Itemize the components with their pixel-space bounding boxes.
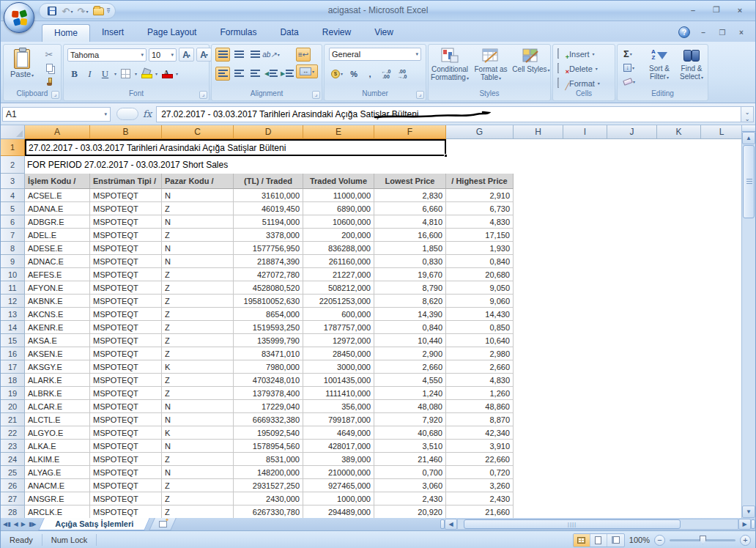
- cell-D18[interactable]: 4703248,010: [234, 374, 303, 387]
- cell-F27[interactable]: 2,430: [374, 492, 446, 506]
- increase-indent-button[interactable]: ▶: [280, 67, 294, 81]
- cell-E13[interactable]: 600,000: [303, 308, 374, 321]
- cell-A23[interactable]: ALKA.E: [25, 440, 90, 453]
- column-header-L[interactable]: L: [701, 125, 743, 139]
- row-header-7[interactable]: 7: [1, 229, 25, 242]
- column-header-G[interactable]: G: [446, 125, 514, 139]
- row-header-18[interactable]: 18: [1, 374, 25, 387]
- row-header-10[interactable]: 10: [1, 268, 25, 281]
- cell-C8[interactable]: N: [162, 242, 234, 255]
- cell-A11[interactable]: AFYON.E: [25, 281, 90, 295]
- row-header-16[interactable]: 16: [1, 347, 25, 360]
- cell-E27[interactable]: 1000,000: [303, 492, 374, 506]
- formula-input[interactable]: 27.02.2017 - 03.03.2017 Tarihleri Arasin…: [156, 106, 741, 122]
- cell-C21[interactable]: N: [162, 413, 234, 426]
- scroll-up-button[interactable]: ▲: [742, 132, 755, 144]
- cell-A16[interactable]: AKSEN.E: [25, 347, 90, 360]
- format-cells-button[interactable]: ╱ Format▾: [557, 76, 612, 90]
- header-cell-F3[interactable]: Lowest Price: [374, 174, 446, 189]
- minimize-button[interactable]: –: [683, 4, 703, 15]
- zoom-level[interactable]: 100%: [629, 536, 650, 544]
- cell-A2[interactable]: FOR PERIOD 27.02.2017 - 03.03.2017 Short…: [25, 156, 230, 174]
- cell-C24[interactable]: Z: [162, 453, 234, 466]
- cell-D11[interactable]: 4528080,520: [234, 281, 303, 295]
- cell-G4[interactable]: 2,910: [446, 189, 514, 202]
- cell-C16[interactable]: Z: [162, 347, 234, 360]
- cell-B24[interactable]: MSPOTEQT: [90, 453, 162, 466]
- page-break-view-button[interactable]: [607, 534, 624, 547]
- sort-filter-button[interactable]: AZ Sort & Filter▾: [644, 47, 675, 91]
- name-box[interactable]: A1▾: [2, 107, 111, 122]
- cell-G13[interactable]: 14,430: [446, 308, 514, 321]
- office-button[interactable]: [4, 2, 34, 33]
- tab-insert[interactable]: Insert: [90, 24, 136, 42]
- cell-G8[interactable]: 1,930: [446, 242, 514, 255]
- cell-B12[interactable]: MSPOTEQT: [90, 295, 162, 308]
- cell-A26[interactable]: ANACM.E: [25, 479, 90, 492]
- wrap-text-button[interactable]: ≡↩: [296, 48, 311, 62]
- font-size-select[interactable]: 10▾: [149, 48, 177, 62]
- cell-A4[interactable]: ACSEL.E: [25, 189, 90, 202]
- row-header-1[interactable]: 1: [1, 139, 25, 156]
- column-header-F[interactable]: F: [374, 125, 446, 139]
- cell-F23[interactable]: 3,510: [374, 440, 446, 453]
- cell-C22[interactable]: K: [162, 426, 234, 440]
- cell-C6[interactable]: N: [162, 215, 234, 229]
- underline-button[interactable]: U: [98, 67, 112, 81]
- cell-D13[interactable]: 8654,000: [234, 308, 303, 321]
- header-cell-B3[interactable]: Enstrüman Tipi /: [90, 174, 162, 189]
- bold-button[interactable]: B: [67, 67, 81, 81]
- horizontal-scroll-thumb[interactable]: [464, 519, 681, 529]
- row-header-22[interactable]: 22: [1, 426, 25, 440]
- cell-E6[interactable]: 10600,000: [303, 215, 374, 229]
- cell-B19[interactable]: MSPOTEQT: [90, 387, 162, 400]
- workbook-minimize-button[interactable]: –: [695, 28, 711, 37]
- cell-G23[interactable]: 3,910: [446, 440, 514, 453]
- tab-page-layout[interactable]: Page Layout: [136, 24, 208, 42]
- align-center-button[interactable]: [231, 67, 246, 81]
- cell-F8[interactable]: 1,850: [374, 242, 446, 255]
- cell-A12[interactable]: AKBNK.E: [25, 295, 90, 308]
- delete-cells-button[interactable]: × Delete▾: [557, 62, 612, 75]
- cell-F20[interactable]: 48,080: [374, 400, 446, 413]
- align-right-button[interactable]: [248, 67, 262, 81]
- font-name-select[interactable]: Tahoma▾: [67, 48, 147, 62]
- cell-E22[interactable]: 4649,000: [303, 426, 374, 440]
- header-cell-E3[interactable]: Traded Volume: [303, 174, 374, 189]
- horizontal-scrollbar[interactable]: ◀ ▶: [440, 518, 755, 530]
- cell-C26[interactable]: Z: [162, 479, 234, 492]
- cell-D20[interactable]: 17229,040: [234, 400, 303, 413]
- cell-C4[interactable]: N: [162, 189, 234, 202]
- row-header-21[interactable]: 21: [1, 413, 25, 426]
- cell-C15[interactable]: Z: [162, 334, 234, 347]
- cell-E26[interactable]: 927465,000: [303, 479, 374, 492]
- row-header-2[interactable]: 2: [1, 156, 25, 174]
- cell-A21[interactable]: ALCTL.E: [25, 413, 90, 426]
- row-header-20[interactable]: 20: [1, 400, 25, 413]
- cell-D19[interactable]: 1379378,400: [234, 387, 303, 400]
- autosum-button[interactable]: Σ▾: [621, 47, 640, 60]
- cell-B18[interactable]: MSPOTEQT: [90, 374, 162, 387]
- insert-function-button[interactable]: fx: [143, 108, 152, 119]
- cell-D28[interactable]: 6267330,780: [234, 506, 303, 519]
- cell-G12[interactable]: 9,060: [446, 295, 514, 308]
- tab-data[interactable]: Data: [268, 24, 310, 42]
- number-format-select[interactable]: General▾: [329, 48, 421, 61]
- cell-B21[interactable]: MSPOTEQT: [90, 413, 162, 426]
- cell-B10[interactable]: MSPOTEQT: [90, 268, 162, 281]
- font-dialog-launcher-icon[interactable]: ⌟: [199, 91, 207, 99]
- cell-A19[interactable]: ALBRK.E: [25, 387, 90, 400]
- row-header-13[interactable]: 13: [1, 308, 25, 321]
- accounting-format-button[interactable]: $▾: [329, 67, 345, 81]
- cell-B27[interactable]: MSPOTEQT: [90, 492, 162, 506]
- cut-button[interactable]: ✂: [42, 48, 56, 61]
- cell-G26[interactable]: 3,260: [446, 479, 514, 492]
- cell-E21[interactable]: 799187,000: [303, 413, 374, 426]
- cell-D16[interactable]: 83471,010: [234, 347, 303, 360]
- cell-A25[interactable]: ALYAG.E: [25, 466, 90, 479]
- conditional-formatting-button[interactable]: Conditional Formatting▾: [430, 47, 470, 91]
- row-header-11[interactable]: 11: [1, 281, 25, 295]
- percent-style-button[interactable]: %: [346, 67, 361, 81]
- cell-G16[interactable]: 2,980: [446, 347, 514, 360]
- alignment-dialog-launcher-icon[interactable]: ⌟: [312, 91, 320, 99]
